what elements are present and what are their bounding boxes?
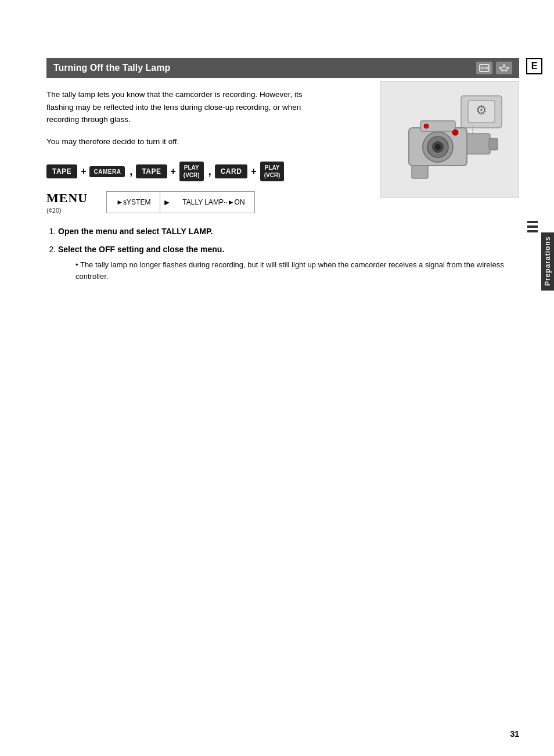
camera-button: CAMERA: [89, 166, 125, 177]
plus-1: +: [81, 166, 86, 177]
menu-cell-system: ►sYSTEM: [107, 192, 160, 213]
brush-icon: [496, 62, 512, 74]
menu-arrow: ►: [160, 192, 173, 213]
page-number: 31: [510, 729, 519, 739]
body-text-2: You may therefore decide to turn it off.: [46, 135, 308, 148]
plus-3: +: [251, 166, 256, 177]
svg-point-16: [481, 67, 483, 69]
tape-button-1: TAPE: [46, 164, 77, 178]
comma-2: ,: [208, 166, 211, 178]
comma-1: ,: [129, 166, 132, 178]
side-bar-decoration: [527, 221, 538, 232]
e-marker: E: [526, 58, 542, 74]
svg-point-17: [485, 67, 488, 69]
menu-label: MENU: [46, 191, 88, 206]
section-title: Turning Off the Tally Lamp: [53, 63, 170, 73]
button-row: TAPE + CAMERA , TAPE + PLAY(VCR) , CARD …: [46, 162, 519, 181]
play-vcr-button-2: PLAY(VCR): [260, 162, 285, 181]
menu-ref: (¢20): [46, 207, 62, 214]
play-vcr-button-1: PLAY(VCR): [179, 162, 204, 181]
menu-box: ►sYSTEM ► TALLY LAMP··►ON: [106, 191, 254, 213]
menu-row: MENU (¢20) ►sYSTEM ► TALLY LAMP··►ON: [46, 191, 519, 214]
section-title-bar: Turning Off the Tally Lamp: [46, 58, 519, 78]
title-icons: [476, 62, 512, 74]
side-label-preparations: Preparations: [541, 232, 554, 291]
card-button: CARD: [215, 164, 248, 178]
body-text-1: The tally lamp lets you know that the ca…: [46, 88, 308, 126]
tape-button-2: TAPE: [136, 164, 167, 178]
plus-2: +: [171, 166, 176, 177]
instruction-1: Open the menu and select TALLY LAMP.: [58, 225, 519, 238]
menu-cell-tally: TALLY LAMP··►ON: [173, 192, 254, 213]
tape-icon: [476, 62, 492, 74]
instruction-2: Select the OFF setting and close the men…: [58, 243, 519, 282]
instructions: Open the menu and select TALLY LAMP. Sel…: [46, 225, 519, 282]
bullet-list: The tally lamp no longer flashes during …: [75, 259, 519, 282]
bullet-item-1: The tally lamp no longer flashes during …: [75, 259, 519, 282]
menu-label-wrap: MENU (¢20): [46, 191, 97, 214]
